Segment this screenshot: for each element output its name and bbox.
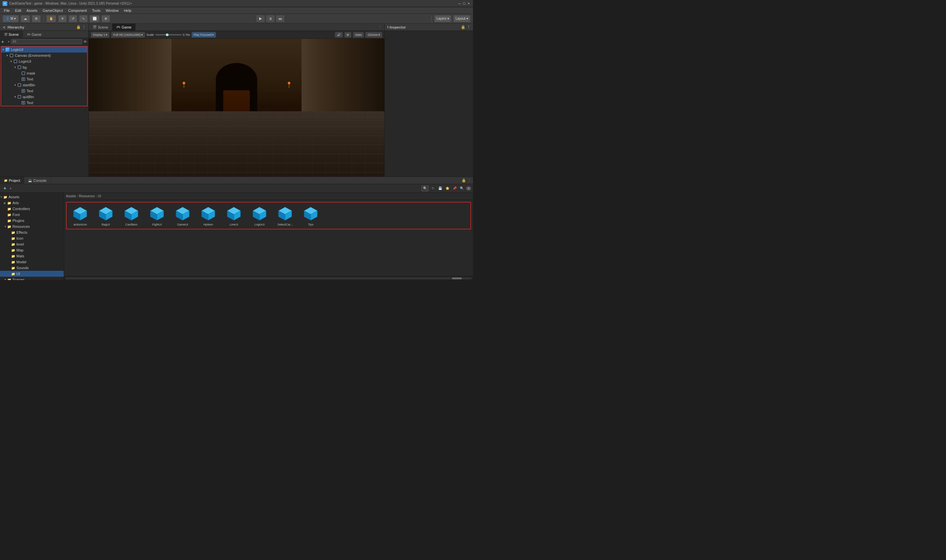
ft-item-font[interactable]: 📁 Font (0, 212, 64, 218)
breadcrumb-resources[interactable]: Resources (79, 194, 95, 198)
resolution-dropdown[interactable]: Full HD (1920x1080) ▾ (111, 32, 145, 38)
menu-component[interactable]: Component (65, 7, 89, 14)
menu-assets[interactable]: Assets (24, 7, 40, 14)
ft-item-mats[interactable]: 📁 Mats (0, 253, 64, 259)
project-dropdown-icon[interactable]: ▾ (10, 187, 11, 190)
asset-gameui[interactable]: GameUI (171, 204, 195, 228)
ft-item-resources[interactable]: ▼ 📁 Resources (0, 223, 64, 229)
tree-item-startbtn[interactable]: ▼ startBtn (1, 82, 87, 88)
move-tool[interactable]: ✛ (58, 15, 67, 22)
tab-game-view[interactable]: 🎮 Game (112, 24, 136, 31)
hierarchy-tabs: 🎬 Scene 🎮 Game (0, 31, 88, 38)
scale-tool[interactable]: ⤡ (79, 15, 88, 22)
tree-item-loginui[interactable]: ▼ LoginUI (1, 47, 87, 52)
tree-item-bg[interactable]: ▼ bg (1, 64, 87, 70)
asset-selectcar[interactable]: SelectCar... (273, 204, 297, 228)
tree-item-quitbtn[interactable]: ▼ quitBtn (1, 94, 87, 100)
tab-console[interactable]: 💻 Console (24, 177, 51, 184)
pin-btn[interactable]: 📌 (451, 185, 458, 191)
maximize-btn[interactable]: ☐ (462, 2, 466, 5)
step-btn[interactable]: ⏭ (276, 15, 285, 23)
menu-file[interactable]: File (1, 7, 12, 14)
hierarchy-toolbar: + ▾ All 👁 (0, 38, 88, 45)
aspect-btn[interactable]: ⊞ (344, 32, 351, 38)
menu-window[interactable]: Window (103, 7, 121, 14)
search2-icon[interactable]: 🔍 (459, 185, 465, 191)
rect-tool[interactable]: ⬜ (90, 15, 100, 22)
ft-item-scenes[interactable]: ▼ 📁 Scenes (0, 277, 64, 280)
tab-scene[interactable]: 🎬 Scene (0, 31, 23, 38)
ft-item-arts[interactable]: ▶ 📁 Arts (0, 200, 64, 206)
ft-item-controllers[interactable]: 📁 Controllers (0, 206, 64, 212)
rotate-tool[interactable]: ↺ (69, 15, 77, 22)
ft-item-level[interactable]: 📁 level (0, 241, 64, 247)
transform-tool[interactable]: ⊕ (102, 15, 110, 22)
eye-icon[interactable]: 👁 (83, 40, 87, 44)
collab-btn[interactable]: ☁ (21, 15, 30, 22)
project-search-box[interactable]: 🔍 (421, 185, 429, 191)
ft-item-map[interactable]: 📁 Map (0, 247, 64, 253)
layers-dropdown[interactable]: Layers ▾ (434, 15, 451, 22)
tab-project[interactable]: 📁 Project (0, 177, 24, 184)
refresh-btn[interactable]: ↻ (430, 185, 436, 191)
display-dropdown[interactable]: Display 1 ▾ (91, 32, 110, 38)
tab-scene-view[interactable]: 🎬 Scene (89, 24, 112, 31)
inspector-lock-icon[interactable]: 🔒 (461, 25, 465, 29)
asset-tips[interactable]: Tips (299, 204, 323, 228)
inspector-more-icon[interactable]: ⋮ (467, 25, 470, 29)
tree-item-canvas[interactable]: ▼ Canvas (Environment) (1, 52, 87, 58)
tab-game[interactable]: 🎮 Game (23, 31, 46, 38)
play-focused-btn[interactable]: Play Focused ▾ (191, 32, 216, 38)
ft-item-model[interactable]: 📁 Model (0, 259, 64, 265)
hierarchy-collapse-icon[interactable]: ◁ (3, 26, 5, 29)
audio-btn[interactable]: 🔊 (335, 32, 343, 38)
bottom-more-icon[interactable]: ⋮ (467, 178, 471, 183)
tree-item-mask[interactable]: mask (1, 70, 87, 76)
breadcrumb-ui[interactable]: UI (98, 194, 101, 198)
more-tabs-btn[interactable]: ⋮ (376, 25, 384, 29)
settings-btn[interactable]: ⚙ (32, 15, 41, 22)
scrollbar-track[interactable] (65, 277, 472, 279)
layout-dropdown[interactable]: Layout ▾ (453, 15, 470, 22)
stats-btn[interactable]: Stats (353, 32, 364, 38)
asset-actionicon[interactable]: actionIcon (68, 204, 92, 228)
ft-item-effects[interactable]: 📁 Effects (0, 229, 64, 235)
menu-edit[interactable]: Edit (12, 7, 24, 14)
ft-item-ui[interactable]: 📁 UI (0, 271, 64, 277)
hierarchy-more-icon[interactable]: ⋮ (82, 25, 86, 29)
ft-item-plugins[interactable]: 📁 Plugins (0, 218, 64, 223)
asset-hpitem[interactable]: HpItem (196, 204, 220, 228)
project-add-btn[interactable]: + (2, 185, 8, 191)
asset-carditem[interactable]: CardItem (119, 204, 143, 228)
close-btn[interactable]: ✕ (467, 2, 470, 5)
asset-fightui[interactable]: FightUI (145, 204, 169, 228)
ft-item-assets[interactable]: ▼ 📁 Assets (0, 194, 64, 200)
pause-btn[interactable]: ⏸ (266, 15, 275, 23)
save-btn[interactable]: 💾 (437, 185, 443, 191)
hierarchy-add-btn[interactable]: + (1, 39, 6, 44)
gizmos-btn[interactable]: Gizmos ▾ (365, 32, 382, 38)
account-btn[interactable]: 👤 M ▾ (3, 15, 19, 22)
hierarchy-lock-icon[interactable]: 🔒 (76, 25, 81, 29)
menu-gameobject[interactable]: GameObject (40, 7, 66, 14)
ft-item-icon[interactable]: 📁 Icon (0, 235, 64, 241)
breadcrumb-assets[interactable]: Assets (66, 194, 76, 198)
tree-item-loginui-child[interactable]: ▼ LoginUI (1, 58, 87, 64)
asset-bagui[interactable]: BagUI (94, 204, 118, 228)
scale-track[interactable] (156, 34, 182, 35)
menu-help[interactable]: Help (121, 7, 134, 14)
hand-tool[interactable]: ✋ (46, 15, 56, 22)
menu-tools[interactable]: Tools (89, 7, 103, 14)
play-btn[interactable]: ▶ (256, 15, 265, 23)
tree-item-text-1[interactable]: T Text (1, 76, 87, 82)
asset-lineui[interactable]: LineUI (222, 204, 246, 228)
tree-item-text-3[interactable]: T Text (1, 100, 87, 106)
assets-selected-group: actionIcon BagUI (66, 202, 471, 229)
hierarchy-search[interactable]: All (11, 39, 82, 44)
tree-item-text-2[interactable]: T Text (1, 88, 87, 94)
ft-item-sounds[interactable]: 📁 Sounds (0, 265, 64, 271)
minimize-btn[interactable]: — (458, 2, 461, 5)
asset-loginui[interactable]: LoginUI (247, 204, 272, 228)
filter-btn[interactable]: ⭐ (444, 185, 450, 191)
bottom-lock-icon[interactable]: 🔒 (462, 178, 466, 183)
